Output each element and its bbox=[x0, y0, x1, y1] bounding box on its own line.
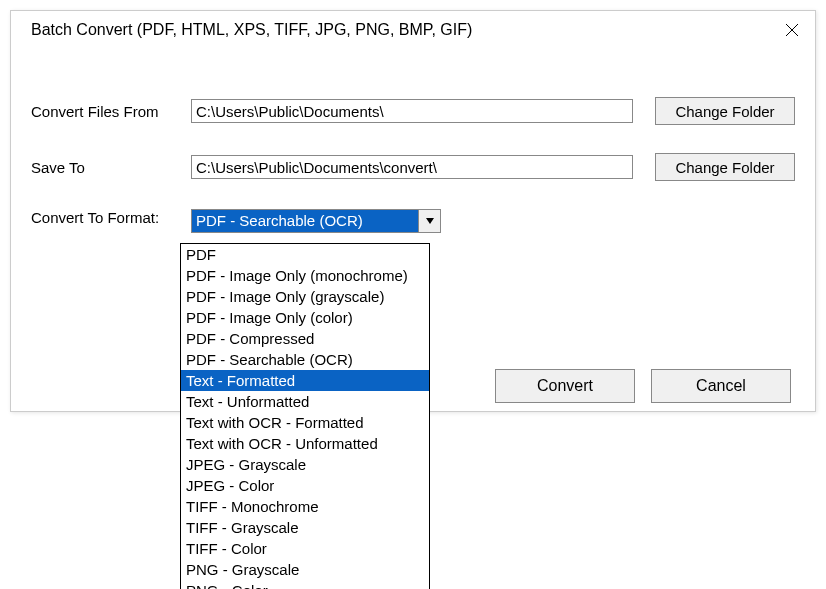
input-save-to[interactable] bbox=[191, 155, 633, 179]
label-convert-from: Convert Files From bbox=[31, 103, 191, 120]
format-option[interactable]: TIFF - Color bbox=[181, 538, 429, 559]
format-option[interactable]: JPEG - Grayscale bbox=[181, 454, 429, 475]
format-dropdown-list[interactable]: PDFPDF - Image Only (monochrome)PDF - Im… bbox=[180, 243, 430, 589]
chevron-down-icon[interactable] bbox=[418, 210, 440, 232]
svg-marker-2 bbox=[426, 218, 434, 224]
cancel-button[interactable]: Cancel bbox=[651, 369, 791, 403]
format-option[interactable]: Text with OCR - Formatted bbox=[181, 412, 429, 433]
format-combobox[interactable]: PDF - Searchable (OCR) bbox=[191, 209, 441, 233]
input-convert-from[interactable] bbox=[191, 99, 633, 123]
format-option[interactable]: PDF - Image Only (color) bbox=[181, 307, 429, 328]
dialog-action-buttons: Convert Cancel bbox=[495, 369, 791, 403]
format-option[interactable]: TIFF - Grayscale bbox=[181, 517, 429, 538]
format-option[interactable]: PDF - Image Only (monochrome) bbox=[181, 265, 429, 286]
format-option[interactable]: Text with OCR - Unformatted bbox=[181, 433, 429, 454]
format-option[interactable]: Text - Formatted bbox=[181, 370, 429, 391]
row-convert-from: Convert Files From Change Folder bbox=[31, 97, 795, 125]
format-option[interactable]: PDF bbox=[181, 244, 429, 265]
titlebar: Batch Convert (PDF, HTML, XPS, TIFF, JPG… bbox=[11, 11, 815, 45]
format-option[interactable]: PDF - Image Only (grayscale) bbox=[181, 286, 429, 307]
row-save-to: Save To Change Folder bbox=[31, 153, 795, 181]
format-option[interactable]: PNG - Grayscale bbox=[181, 559, 429, 580]
label-format: Convert To Format: bbox=[31, 209, 191, 226]
format-option[interactable]: Text - Unformatted bbox=[181, 391, 429, 412]
format-option[interactable]: PDF - Compressed bbox=[181, 328, 429, 349]
convert-button[interactable]: Convert bbox=[495, 369, 635, 403]
format-option[interactable]: PNG - Color bbox=[181, 580, 429, 589]
dialog-title: Batch Convert (PDF, HTML, XPS, TIFF, JPG… bbox=[31, 21, 472, 39]
close-icon[interactable] bbox=[783, 21, 801, 39]
row-format: Convert To Format: PDF - Searchable (OCR… bbox=[31, 209, 795, 233]
format-option[interactable]: TIFF - Monochrome bbox=[181, 496, 429, 517]
change-folder-saveto-button[interactable]: Change Folder bbox=[655, 153, 795, 181]
label-save-to: Save To bbox=[31, 159, 191, 176]
format-selected-text: PDF - Searchable (OCR) bbox=[192, 210, 418, 232]
dialog-content: Convert Files From Change Folder Save To… bbox=[11, 45, 815, 233]
format-option[interactable]: JPEG - Color bbox=[181, 475, 429, 496]
change-folder-from-button[interactable]: Change Folder bbox=[655, 97, 795, 125]
format-option[interactable]: PDF - Searchable (OCR) bbox=[181, 349, 429, 370]
